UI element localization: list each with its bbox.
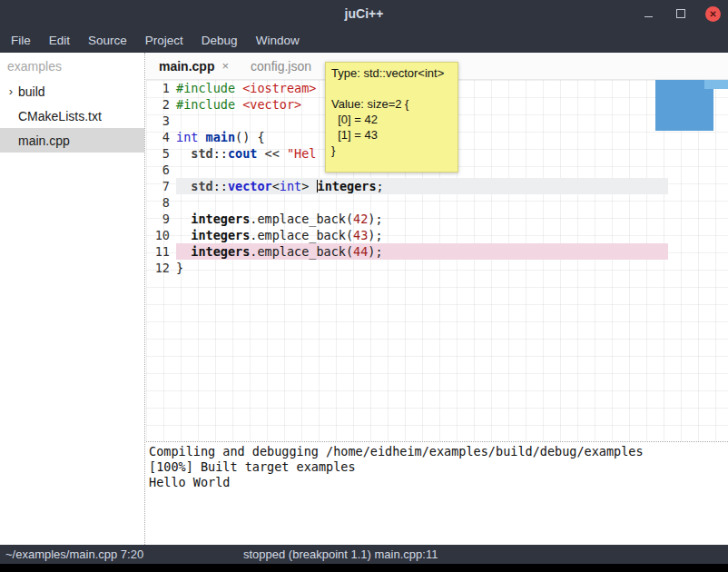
tooltip-value-line: [0] = 42 — [331, 112, 452, 127]
menu-project[interactable]: Project — [136, 27, 192, 53]
file-tree: ›buildCMakeLists.txtmain.cpp — [0, 79, 144, 153]
line-number: 3 — [146, 113, 176, 129]
code-token: int — [176, 130, 198, 144]
chevron-right-icon[interactable]: › — [4, 84, 18, 98]
menu-window[interactable]: Window — [247, 27, 309, 53]
restore-icon — [676, 9, 685, 18]
code-line — [176, 194, 668, 211]
menu-source[interactable]: Source — [79, 27, 136, 53]
editor-line: 11 integers.emplace_back(44); — [146, 243, 728, 260]
code-token: > — [301, 179, 316, 193]
minimize-button[interactable] — [640, 5, 656, 22]
code-token: int — [280, 179, 301, 193]
code-token: std — [191, 179, 212, 193]
code-token: < — [272, 179, 280, 193]
code-token: #include — [176, 81, 235, 95]
build-output-panel[interactable]: Compiling and debugging /home/eidheim/ex… — [146, 441, 728, 545]
file-name: main.cpp — [18, 133, 70, 148]
code-token: ); — [368, 228, 382, 242]
line-number: 11 — [146, 243, 176, 260]
line-number: 4 — [146, 129, 176, 145]
code-token — [235, 97, 242, 112]
line-number: 10 — [146, 227, 176, 243]
tooltip-type-line: Type: std::vector<int> — [331, 65, 452, 81]
code-token: :: — [213, 179, 228, 193]
code-token — [235, 81, 242, 95]
code-token: ); — [368, 212, 382, 226]
menu-file[interactable]: File — [2, 27, 40, 53]
editor-line: 12} — [146, 260, 728, 276]
tab-config-json[interactable]: config.json — [238, 53, 320, 79]
code-token — [176, 212, 191, 226]
line-number: 5 — [146, 145, 176, 162]
tooltip-gap — [331, 81, 452, 96]
code-token: () { — [235, 130, 265, 144]
line-number: 1 — [146, 80, 176, 96]
tab-main-cpp[interactable]: main.cpp× — [146, 53, 238, 79]
window-bottom-edge — [0, 564, 728, 572]
tab-close-icon[interactable]: × — [221, 59, 229, 73]
menu-edit[interactable]: Edit — [40, 27, 79, 53]
code-line: integers.emplace_back(44); — [176, 243, 668, 260]
file-name: CMakeLists.txt — [18, 109, 102, 123]
restore-button[interactable] — [673, 5, 689, 22]
editor-line: 8 — [146, 194, 728, 211]
tab-label: main.cpp — [159, 59, 214, 74]
code-token — [176, 228, 191, 242]
tab-label: config.json — [251, 59, 311, 74]
sidebar-item-build[interactable]: ›build — [0, 79, 144, 104]
code-token: cout — [228, 146, 258, 161]
code-token: "Hel — [287, 146, 317, 161]
code-token: integers — [191, 244, 250, 259]
code-token: integers — [191, 212, 250, 226]
menu-debug[interactable]: Debug — [192, 27, 247, 53]
file-tree-sidebar: examples ›buildCMakeLists.txtmain.cpp — [0, 53, 145, 545]
code-line: } — [176, 260, 668, 276]
tooltip-value-line: [1] = 43 — [331, 127, 452, 143]
window-controls: ✕ — [640, 0, 721, 27]
code-token: .emplace_back( — [250, 212, 353, 226]
line-number: 12 — [146, 260, 176, 276]
terminal-line: [100%] Built target examples — [149, 459, 725, 475]
line-number: 9 — [146, 211, 176, 227]
title-bar: juCi++ ✕ — [0, 0, 728, 27]
code-token: 44 — [353, 244, 368, 259]
code-token: main — [206, 130, 236, 144]
code-token: } — [176, 261, 183, 275]
sidebar-item-cmakelists-txt[interactable]: CMakeLists.txt — [0, 104, 144, 128]
code-token: <iostream> — [242, 81, 316, 95]
code-token: integers — [191, 228, 250, 242]
terminal-line: Hello World — [149, 475, 725, 490]
terminal-line: Compiling and debugging /home/eidheim/ex… — [149, 444, 725, 459]
tooltip-value-line: } — [331, 143, 452, 158]
code-token: vector — [228, 179, 272, 193]
sidebar-item-main-cpp[interactable]: main.cpp — [0, 128, 144, 153]
code-token: 43 — [353, 228, 368, 242]
editor-line: 7 std::vector<int> integers; — [146, 178, 728, 194]
editor-line: 9 integers.emplace_back(42); — [146, 211, 728, 227]
editor-line: 10 integers.emplace_back(43); — [146, 227, 728, 243]
minimize-icon — [644, 16, 653, 17]
project-name: examples — [0, 53, 144, 79]
close-button[interactable]: ✕ — [705, 6, 721, 22]
line-number: 6 — [146, 162, 176, 178]
file-name: build — [18, 84, 45, 99]
line-number: 2 — [146, 96, 176, 113]
debug-value-tooltip: Type: std::vector<int> Value: size=2 { [… — [325, 62, 458, 173]
menu-bar: FileEditSourceProjectDebugWindow — [0, 27, 728, 53]
status-bar: ~/examples/main.cpp 7:20 stopped (breakp… — [0, 545, 728, 564]
code-token: .emplace_back( — [250, 244, 353, 259]
tooltip-value-line: Value: size=2 { — [331, 96, 452, 112]
code-token: ; — [377, 179, 384, 193]
code-token — [176, 146, 191, 161]
window-title: juCi++ — [345, 6, 384, 21]
code-token: :: — [213, 146, 228, 161]
code-token: integers — [318, 179, 377, 193]
line-number: 7 — [146, 178, 176, 194]
code-token: << — [257, 146, 287, 161]
scroll-overview-highlight — [704, 80, 728, 89]
code-token — [198, 130, 205, 144]
line-number: 8 — [146, 194, 176, 211]
code-token: .emplace_back( — [250, 228, 353, 242]
code-line: integers.emplace_back(43); — [176, 227, 668, 243]
